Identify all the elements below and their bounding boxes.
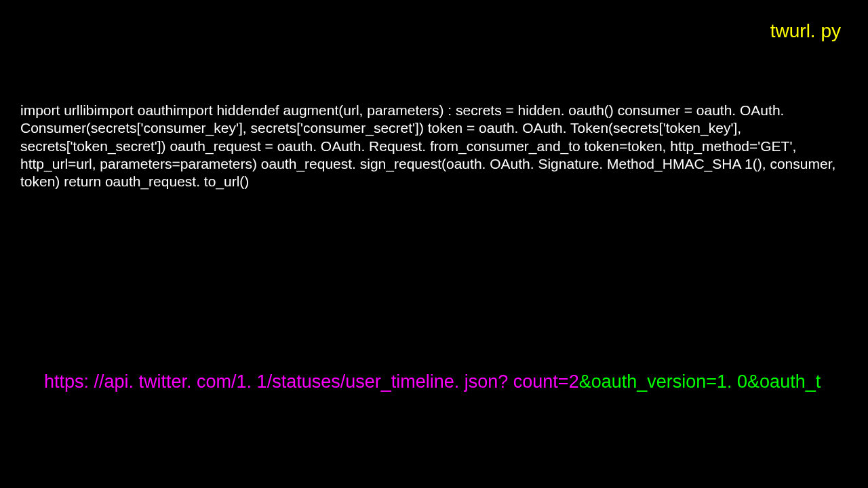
url-example: https: //api. twitter. com/1. 1/statuses… — [44, 371, 868, 392]
slide-title: twurl. py — [770, 20, 841, 42]
url-base-part: https: //api. twitter. com/1. 1/statuses… — [44, 371, 579, 392]
code-snippet: import urllibimport oauthimport hiddende… — [20, 102, 868, 190]
url-oauth-part: &oauth_version=1. 0&oauth_t — [579, 371, 821, 392]
